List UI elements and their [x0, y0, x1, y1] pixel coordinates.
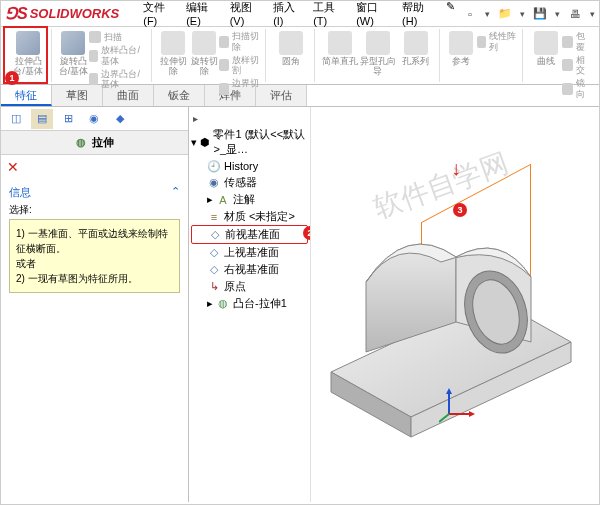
menu-view[interactable]: 视图(V)	[224, 0, 265, 29]
extrude-boss-icon	[16, 31, 40, 55]
hole-wizard-button[interactable]: 异型孔向导	[359, 31, 397, 77]
origin-triad-icon	[439, 384, 479, 424]
ribbon-group-fillet: 圆角	[268, 29, 315, 82]
collapse-icon[interactable]: ⌃	[171, 185, 180, 200]
note-icon: A	[216, 193, 230, 207]
tree-boss-extrude[interactable]: ▸◍凸台-拉伸1	[191, 295, 308, 312]
property-manager: ◫ ▤ ⊞ ◉ ◆ ◍拉伸 ✕ 信息 ⌃ 选择: 1) 一基准面、平面或边线来绘…	[1, 107, 189, 502]
main-menu: 文件(F) 编辑(E) 视图(V) 插入(I) 工具(T) 窗口(W) 帮助(H…	[137, 0, 461, 29]
badge-2: 2	[303, 226, 311, 240]
tree-collapse-icon[interactable]: ▸	[191, 111, 308, 126]
boundary-icon	[89, 73, 99, 85]
tree-front-plane[interactable]: ◇前视基准面 2	[191, 225, 308, 244]
wrap-icon	[562, 36, 572, 48]
tree-origin[interactable]: ↳原点	[191, 278, 308, 295]
print-icon[interactable]: 🖶	[566, 5, 584, 23]
mirror-icon	[562, 83, 572, 95]
ribbon-group-holes: 简单直孔 异型孔向导 孔系列	[317, 29, 440, 82]
extrude-cut-button[interactable]: 拉伸切除	[158, 31, 189, 100]
tree-top-plane[interactable]: ◇上视基准面	[191, 244, 308, 261]
tree-sensors[interactable]: ◉传感器	[191, 174, 308, 191]
reference-icon	[449, 31, 473, 55]
draft-button[interactable]: 相交	[562, 55, 591, 77]
extrude-cut-icon	[161, 31, 185, 55]
simple-hole-button[interactable]: 简单直孔	[321, 31, 359, 77]
open-icon[interactable]: 📁	[496, 5, 514, 23]
mirror-button[interactable]: 镜向	[562, 78, 591, 100]
revolve-cut-icon	[192, 31, 216, 55]
sensor-icon: ◉	[207, 176, 221, 190]
pm-tab-config-icon[interactable]: ⊞	[57, 109, 79, 129]
ribbon-group-curves: 曲线 包覆 相交 镜向	[525, 29, 595, 82]
pm-close-button[interactable]: ✕	[1, 155, 188, 179]
sweep-cut-button[interactable]: 扫描切除	[219, 31, 260, 53]
pm-title: ◍拉伸	[1, 131, 188, 155]
pattern-icon	[477, 36, 487, 48]
tab-features[interactable]: 特征	[1, 85, 52, 106]
pm-tabs: ◫ ▤ ⊞ ◉ ◆	[1, 107, 188, 131]
history-icon: 🕘	[207, 159, 221, 173]
badge-1: 1	[5, 71, 19, 85]
tree-root[interactable]: ▾⬢零件1 (默认<<默认>_显…	[191, 126, 308, 158]
sweep-icon	[89, 31, 101, 43]
new-icon[interactable]: ▫	[461, 5, 479, 23]
tree-material[interactable]: ≡材质 <未指定>	[191, 208, 308, 225]
menu-tools[interactable]: 工具(T)	[307, 0, 348, 29]
plane-icon: ◇	[207, 246, 221, 260]
ribbon-group-ref: 参考 线性阵列	[442, 29, 523, 82]
svg-marker-9	[469, 411, 475, 417]
plane-icon: ◇	[207, 263, 221, 277]
hole-wizard-icon	[366, 31, 390, 55]
viewport[interactable]: 软件自学网 ↓ 3	[311, 107, 599, 502]
menu-window[interactable]: 窗口(W)	[350, 0, 394, 29]
pm-select-label: 选择:	[9, 203, 180, 217]
feature-tree: ▸ ▾⬢零件1 (默认<<默认>_显… 🕘History ◉传感器 ▸A注解 ≡…	[189, 107, 311, 502]
pm-tab-tree-icon[interactable]: ◫	[5, 109, 27, 129]
pm-tab-display-icon[interactable]: ◉	[83, 109, 105, 129]
save-icon[interactable]: 💾	[531, 5, 549, 23]
feature-icon: ◍	[216, 297, 230, 311]
title-bar: ⅁SSOLIDWORKS 文件(F) 编辑(E) 视图(V) 插入(I) 工具(…	[1, 1, 599, 27]
extrude-title-icon: ◍	[76, 136, 86, 148]
plane-icon: ◇	[208, 228, 222, 242]
pm-info-title: 信息 ⌃	[9, 185, 180, 200]
pm-tab-other-icon[interactable]: ◆	[109, 109, 131, 129]
ribbon: 1 拉伸凸台/基体 旋转凸台/基体 扫描 放样凸台/基体 边界凸台/基体 拉伸切…	[1, 27, 599, 85]
curves-icon	[534, 31, 558, 55]
pm-tab-pm-icon[interactable]: ▤	[31, 109, 53, 129]
wrap-button[interactable]: 包覆	[562, 31, 591, 53]
sweep-button[interactable]: 扫描	[89, 31, 147, 43]
loft-cut-button[interactable]: 放样切割	[219, 55, 260, 77]
ribbon-group-revolve: 旋转凸台/基体 扫描 放样凸台/基体 边界凸台/基体	[54, 29, 152, 82]
tree-right-plane[interactable]: ◇右视基准面	[191, 261, 308, 278]
hole-series-button[interactable]: 孔系列	[397, 31, 435, 77]
boundary-cut-button[interactable]: 边界切除	[219, 78, 260, 100]
material-icon: ≡	[207, 210, 221, 224]
origin-icon: ↳	[207, 280, 221, 294]
revolve-boss-button[interactable]: 旋转凸台/基体	[58, 31, 89, 90]
menu-wand-icon[interactable]: ✎	[440, 0, 461, 29]
app-logo: ⅁SSOLIDWORKS	[5, 4, 119, 23]
svg-marker-8	[446, 388, 452, 394]
draft-icon	[562, 59, 572, 71]
extrude-boss-button[interactable]: 拉伸凸台/基体	[9, 31, 47, 77]
curves-button[interactable]: 曲线	[529, 31, 562, 100]
reference-button[interactable]: 参考	[446, 31, 477, 67]
sweep-cut-icon	[219, 36, 229, 48]
menu-file[interactable]: 文件(F)	[137, 0, 178, 29]
loft-icon	[89, 50, 99, 62]
menu-help[interactable]: 帮助(H)	[396, 0, 438, 29]
boundary-button[interactable]: 边界凸台/基体	[89, 69, 147, 91]
linear-pattern-button[interactable]: 线性阵列	[477, 31, 518, 53]
menu-edit[interactable]: 编辑(E)	[180, 0, 221, 29]
tree-history[interactable]: 🕘History	[191, 158, 308, 174]
ribbon-group-cut: 拉伸切除 旋转切除 扫描切除 放样切割 边界切除	[154, 29, 266, 82]
revolve-cut-button[interactable]: 旋转切除	[189, 31, 220, 100]
loft-cut-icon	[219, 59, 229, 71]
fillet-button[interactable]: 圆角	[272, 31, 310, 67]
tab-evaluate[interactable]: 评估	[256, 85, 307, 106]
part-icon: ⬢	[200, 135, 210, 149]
menu-insert[interactable]: 插入(I)	[267, 0, 305, 29]
loft-button[interactable]: 放样凸台/基体	[89, 45, 147, 67]
tree-annotations[interactable]: ▸A注解	[191, 191, 308, 208]
